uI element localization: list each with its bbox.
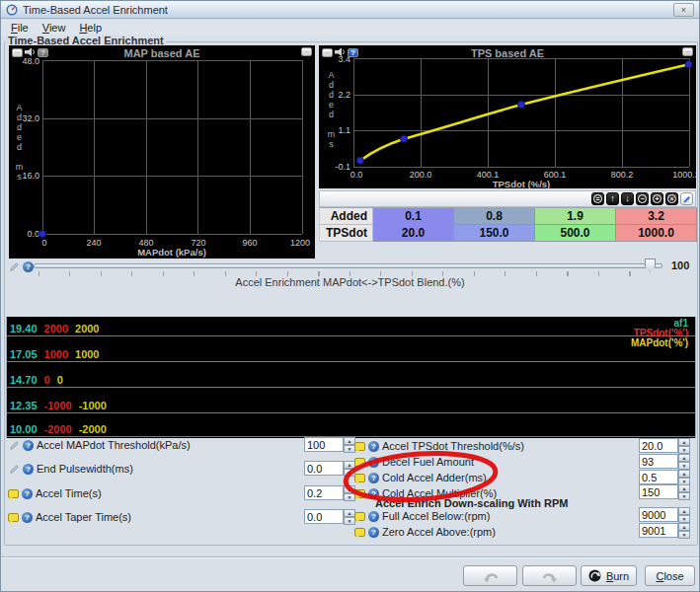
undo-icon (482, 569, 500, 583)
table-cell[interactable]: 500.0 (535, 225, 616, 242)
tps-ae-table: Added 0.1 0.8 1.9 3.2 TPSdot 20.0 150.0 … (319, 207, 697, 242)
spinner[interactable]: ▲▼ (678, 523, 690, 538)
param-row: ? Accel Time(s) (8, 486, 102, 500)
accel-tpsdot-threshold-input[interactable] (639, 438, 678, 453)
speaker-icon[interactable] (335, 47, 346, 57)
scale-button[interactable]: × (665, 192, 678, 205)
decel-fuel-amount-input[interactable] (639, 454, 678, 469)
table-cell[interactable]: 150.0 (454, 225, 535, 242)
accel-mapdot-threshold-input[interactable] (304, 437, 344, 452)
dialog-bubble-icon[interactable] (354, 528, 365, 537)
help-icon[interactable]: ? (368, 473, 379, 483)
cold-accel-multiplier-input[interactable] (639, 484, 678, 499)
zero-accel-above-input[interactable] (639, 523, 678, 538)
svg-text:200.0: 200.0 (410, 170, 432, 180)
table-cell[interactable]: 20.0 (373, 225, 454, 242)
increment-button[interactable]: + (651, 192, 663, 205)
pencil-icon[interactable] (8, 260, 20, 272)
shift-down-button[interactable]: ↓ (621, 192, 634, 205)
param-row: ? Zero Accel Above:(rpm) (354, 525, 496, 539)
help-icon[interactable]: ? (368, 511, 379, 522)
param-row: ? End Pulsewidth(ms) (8, 462, 133, 476)
graph-scale-row: 17.05 1000 1000 (7, 336, 695, 362)
help-icon[interactable]: ? (22, 488, 33, 499)
help-icon[interactable]: ? (368, 527, 379, 538)
help-icon[interactable]: ? (22, 512, 33, 523)
accel-time-input[interactable] (304, 485, 344, 500)
spinner[interactable]: ▲▼ (678, 507, 690, 522)
param-row: ? Accel Taper Time(s) (8, 510, 131, 524)
map-chart-corner-icons: ... (301, 47, 312, 56)
help-icon[interactable]: ? (23, 464, 34, 475)
speaker-icon[interactable] (25, 47, 36, 57)
tps-chart-header-icons: ... ? (322, 47, 358, 57)
help-icon[interactable]: ? (23, 440, 34, 451)
help-icon[interactable]: ? (368, 441, 379, 452)
burn-button[interactable]: Burn (581, 565, 637, 586)
menu-help[interactable]: Help (72, 21, 109, 35)
dialog-bubble-icon[interactable] (354, 458, 365, 467)
param-row: ? Accel MAPdot Threshold(kPa/s) (8, 438, 191, 452)
spinner[interactable]: ▲▼ (678, 470, 690, 484)
tps-chart-plot[interactable]: 3.4 2.2 1.1 -0.1 0.0 200.0 400.1 600.1 8… (319, 45, 696, 188)
table-cell[interactable]: 3.2 (616, 208, 697, 225)
spinner[interactable]: ▲▼ (678, 484, 690, 499)
param-label: Accel TPSdot Threshold(%/s) (382, 440, 524, 452)
blend-slider-icons: ? (8, 259, 34, 273)
blend-slider-track[interactable] (34, 263, 662, 268)
pencil-icon[interactable] (8, 463, 20, 475)
button-bar-separator (1, 556, 699, 558)
map-y-axis-label: Added (15, 103, 24, 152)
spinner[interactable]: ▲▼ (678, 438, 690, 453)
menubar: File View Help (1, 20, 699, 36)
svg-text:16.0: 16.0 (22, 171, 39, 181)
dialog-bubble-icon[interactable] (354, 512, 365, 521)
table-cell[interactable]: 0.8 (454, 208, 535, 225)
pencil-icon (681, 193, 692, 204)
param-row: ? Accel TPSdot Threshold(%/s) (354, 439, 524, 453)
detach-icon[interactable]: ... (301, 47, 312, 56)
svg-text:240: 240 (86, 238, 101, 248)
cold-accel-adder-input[interactable] (639, 470, 678, 484)
help-icon[interactable]: ? (348, 48, 358, 57)
help-disabled-icon: ? (38, 48, 48, 57)
close-button[interactable]: Close (645, 565, 695, 586)
menu-file[interactable]: File (4, 21, 36, 35)
end-pulsewidth-input[interactable] (304, 461, 344, 476)
menu-view[interactable]: View (36, 21, 73, 35)
help-icon[interactable]: ? (368, 457, 379, 468)
dialog-bubble-icon[interactable] (354, 442, 365, 451)
options-icon[interactable]: ... (12, 48, 23, 57)
row-header-added: Added (320, 208, 373, 225)
redo-button[interactable] (522, 565, 577, 586)
dialog-bubble-icon[interactable] (354, 489, 365, 498)
edit-pencil-button[interactable] (680, 192, 693, 205)
options-icon[interactable]: ... (322, 48, 333, 57)
map-chart-title: MAP based AE (9, 47, 315, 59)
map-chart-plot[interactable]: 48.0 32.0 16.0 0.0 0 240 480 720 960 120… (9, 45, 315, 259)
close-window-button[interactable]: × (673, 3, 694, 17)
decrement-button[interactable]: − (636, 192, 649, 205)
blend-slider-value: 100 (671, 259, 689, 271)
dialog-bubble-icon[interactable] (354, 474, 365, 482)
table-cell[interactable]: 1000.0 (616, 225, 697, 242)
undo-button[interactable] (463, 565, 517, 586)
set-equal-button[interactable]: = (591, 192, 604, 205)
shift-up-button[interactable]: ↑ (606, 192, 619, 205)
table-cell[interactable]: 1.9 (535, 208, 616, 225)
param-row: ? Decel Fuel Amount (354, 455, 474, 469)
param-label: Accel MAPdot Threshold(kPa/s) (37, 439, 191, 451)
spinner[interactable]: ▲▼ (678, 454, 690, 469)
dialog-bubble-icon[interactable] (8, 513, 19, 522)
burn-button-label: Burn (606, 570, 629, 582)
tps-chart-panel: TPS based AE ... ? ... Added ms 3.4 (319, 45, 696, 188)
full-accel-below-input[interactable] (639, 507, 678, 522)
help-icon[interactable]: ? (23, 261, 34, 272)
dialog-bubble-icon[interactable] (8, 489, 19, 498)
table-cell[interactable]: 0.1 (373, 208, 454, 225)
detach-icon[interactable]: ... (682, 47, 693, 56)
pencil-icon[interactable] (8, 439, 20, 451)
map-data-point[interactable] (39, 231, 46, 238)
app-icon (6, 4, 18, 16)
accel-taper-time-input[interactable] (304, 509, 344, 524)
